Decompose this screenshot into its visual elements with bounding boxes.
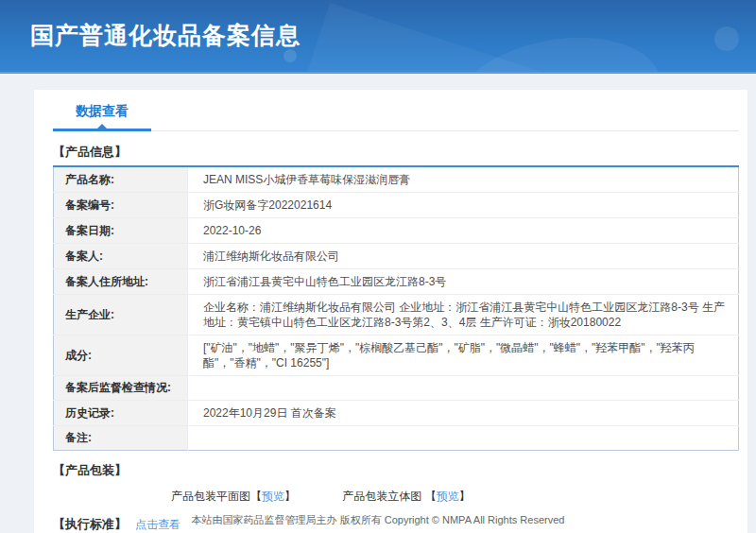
footer-copyright: 本站由国家药品监督管理局主办 版权所有 Copyright © NMPA All… bbox=[0, 513, 756, 527]
row-value: 浙G妆网备字2022021614 bbox=[188, 193, 739, 218]
row-label: 备注: bbox=[54, 426, 188, 451]
packaging-stereo-item: 产品包装立体图 【预览】 bbox=[342, 489, 470, 505]
row-value: 浦江维纳斯化妆品有限公司 bbox=[188, 244, 739, 269]
row-value: 2022年10月29日 首次备案 bbox=[188, 401, 739, 426]
header-decor-dot bbox=[284, 49, 297, 62]
tab-bar: 数据查看 bbox=[53, 90, 739, 131]
bracket-open: 【 bbox=[425, 490, 437, 503]
tab-data-view[interactable]: 数据查看 bbox=[53, 103, 151, 131]
row-label: 备案人住所地址: bbox=[54, 269, 188, 295]
row-value: 企业名称：浦江维纳斯化妆品有限公司 企业地址：浙江省浦江县黄宅中山特色工业园区龙… bbox=[188, 295, 739, 335]
tab-data-view-label: 数据查看 bbox=[76, 103, 129, 118]
row-value: JEAN MISS小城伊香草莓味保湿滋润唇膏 bbox=[188, 167, 739, 193]
row-label: 成分: bbox=[54, 335, 188, 376]
page: 国产普通化妆品备案信息 数据查看 【产品信息】 产品名称: JEAN MISS小… bbox=[0, 0, 756, 533]
bracket-close: 】 bbox=[459, 490, 471, 503]
page-header: 国产普通化妆品备案信息 bbox=[0, 0, 756, 74]
content-card: 数据查看 【产品信息】 产品名称: JEAN MISS小城伊香草莓味保湿滋润唇膏… bbox=[34, 90, 747, 533]
row-label: 生产企业: bbox=[54, 295, 188, 335]
table-row: 备案日期: 2022-10-26 bbox=[54, 218, 739, 244]
table-row: 历史记录: 2022年10月29日 首次备案 bbox=[54, 401, 739, 426]
stereo-preview-link[interactable]: 预览 bbox=[437, 490, 459, 503]
flat-preview-link[interactable]: 预览 bbox=[262, 490, 284, 503]
row-value bbox=[188, 376, 739, 401]
row-label: 产品名称: bbox=[54, 167, 188, 193]
header-decor-dot bbox=[714, 26, 739, 51]
table-row: 备注: bbox=[54, 426, 739, 451]
tab-indicator-triangle-icon bbox=[97, 124, 107, 129]
bracket-open: 【 bbox=[250, 490, 262, 503]
table-row: 备案人: 浦江维纳斯化妆品有限公司 bbox=[54, 244, 739, 269]
product-info-table: 产品名称: JEAN MISS小城伊香草莓味保湿滋润唇膏 备案编号: 浙G妆网备… bbox=[53, 167, 739, 451]
bracket-close: 】 bbox=[284, 490, 296, 503]
packaging-section-title: 【产品包装】 bbox=[53, 462, 739, 479]
table-row: 生产企业: 企业名称：浦江维纳斯化妆品有限公司 企业地址：浙江省浦江县黄宅中山特… bbox=[54, 295, 739, 335]
page-title: 国产普通化妆品备案信息 bbox=[30, 20, 301, 51]
packaging-stereo-label: 产品包装立体图 bbox=[342, 490, 421, 503]
row-label: 历史记录: bbox=[54, 401, 188, 426]
row-value: 浙江省浦江县黄宅中山特色工业园区龙江路8-3号 bbox=[188, 269, 739, 295]
row-value bbox=[188, 426, 739, 451]
packaging-flat-item: 产品包装平面图【预览】 bbox=[171, 489, 296, 505]
row-label: 备案日期: bbox=[54, 218, 188, 244]
row-label: 备案编号: bbox=[54, 193, 188, 218]
table-row: 备案编号: 浙G妆网备字2022021614 bbox=[54, 193, 739, 218]
packaging-row: 产品包装平面图【预览】 产品包装立体图 【预览】 bbox=[171, 489, 739, 505]
row-label: 备案人: bbox=[54, 244, 188, 269]
row-value: ["矿油"，"地蜡"，"聚异丁烯"，"棕榈酸乙基己酯"，"矿脂"，"微晶蜡"，"… bbox=[188, 335, 739, 376]
product-info-section-title: 【产品信息】 bbox=[53, 144, 739, 167]
table-row: 产品名称: JEAN MISS小城伊香草莓味保湿滋润唇膏 bbox=[54, 167, 739, 193]
table-row: 备案人住所地址: 浙江省浦江县黄宅中山特色工业园区龙江路8-3号 bbox=[54, 269, 739, 295]
table-row: 备案后监督检查情况: bbox=[54, 376, 739, 401]
table-row: 成分: ["矿油"，"地蜡"，"聚异丁烯"，"棕榈酸乙基己酯"，"矿脂"，"微晶… bbox=[54, 335, 739, 376]
packaging-flat-label: 产品包装平面图 bbox=[171, 490, 250, 503]
row-value: 2022-10-26 bbox=[188, 218, 739, 244]
row-label: 备案后监督检查情况: bbox=[54, 376, 188, 401]
